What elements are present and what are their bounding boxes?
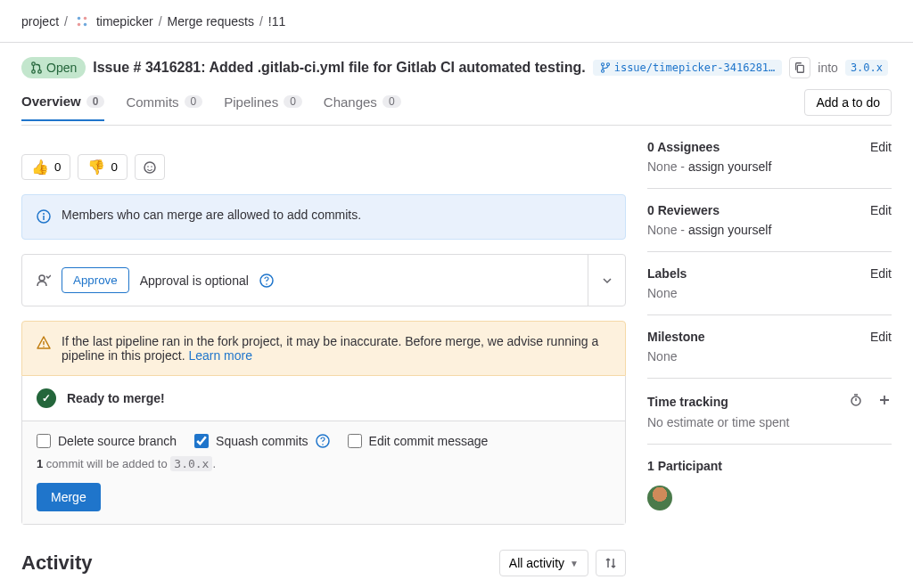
- assign-yourself-link[interactable]: assign yourself: [688, 159, 771, 174]
- copy-branch-button[interactable]: [789, 57, 810, 78]
- tab-commits[interactable]: Commits 0: [126, 94, 202, 120]
- breadcrumb-section[interactable]: Merge requests: [168, 14, 254, 29]
- labels-title: Labels: [647, 266, 687, 281]
- sort-toggle-button[interactable]: [596, 550, 626, 576]
- svg-point-21: [322, 444, 324, 445]
- svg-point-0: [78, 16, 81, 20]
- svg-point-15: [43, 213, 45, 215]
- reviewers-block: 0 Reviewers Edit None - assign yourself: [647, 189, 892, 252]
- edit-labels-link[interactable]: Edit: [870, 266, 892, 281]
- timer-icon[interactable]: [849, 393, 863, 410]
- breadcrumb-sep: /: [159, 14, 162, 29]
- svg-point-16: [39, 275, 45, 281]
- branch-icon: [600, 62, 611, 73]
- breadcrumb-repo[interactable]: timepicker: [96, 14, 153, 29]
- reactions: 👍 0 👎 0: [21, 154, 626, 180]
- svg-point-2: [78, 22, 81, 26]
- pipeline-warning: If the last pipeline ran in the fork pro…: [21, 321, 626, 376]
- labels-block: Labels Edit None: [647, 252, 892, 315]
- squash-commits-checkbox[interactable]: Squash commits: [194, 434, 329, 448]
- svg-point-6: [38, 70, 42, 74]
- breadcrumb-project[interactable]: project: [21, 14, 59, 29]
- info-notice: Members who can merge are allowed to add…: [21, 194, 626, 240]
- sort-icon: [604, 556, 618, 570]
- approve-button[interactable]: Approve: [62, 267, 129, 293]
- activity-heading: Activity All activity ▼: [21, 550, 626, 576]
- squash-commits-input[interactable]: [194, 434, 209, 448]
- check-icon: ✓: [37, 388, 56, 408]
- delete-source-checkbox[interactable]: Delete source branch: [37, 434, 177, 448]
- thumbs-up-icon: 👍: [31, 159, 49, 176]
- expand-approvals-toggle[interactable]: [588, 255, 625, 306]
- info-icon: [37, 209, 51, 226]
- approval-panel: Approve Approval is optional: [21, 254, 626, 306]
- target-branch-chip[interactable]: 3.0.x: [845, 60, 888, 76]
- mr-sidebar: 0 Assignees Edit None - assign yourself …: [647, 140, 892, 588]
- reviewers-title: 0 Reviewers: [647, 203, 720, 217]
- labels-value: None: [647, 286, 892, 300]
- warning-text: If the last pipeline ran in the fork pro…: [62, 334, 598, 363]
- edit-commit-input[interactable]: [348, 434, 362, 448]
- chevron-down-icon: [602, 275, 613, 286]
- tab-pipelines[interactable]: Pipelines 0: [224, 94, 302, 120]
- commit-note: 1 commit will be added to 3.0.x.: [37, 457, 611, 470]
- info-notice-text: Members who can merge are allowed to add…: [62, 208, 361, 222]
- milestone-value: None: [647, 349, 892, 363]
- tab-overview[interactable]: Overview 0: [21, 94, 104, 121]
- ready-to-merge: ✓ Ready to merge!: [22, 376, 625, 421]
- mr-tabs: Overview 0 Commits 0 Pipelines 0 Changes…: [21, 89, 892, 126]
- source-branch-chip[interactable]: issue/timepicker-3416281…: [593, 60, 783, 76]
- svg-point-3: [84, 22, 87, 26]
- breadcrumb-sep: /: [64, 14, 68, 29]
- add-reaction-button[interactable]: [135, 154, 165, 180]
- edit-assignees-link[interactable]: Edit: [870, 140, 892, 154]
- svg-point-19: [43, 346, 45, 347]
- approver-icon: [37, 274, 51, 288]
- help-icon[interactable]: [259, 274, 274, 288]
- activity-title: Activity: [21, 551, 92, 575]
- svg-point-5: [32, 70, 36, 74]
- time-tracking-value: No estimate or time spent: [647, 415, 892, 429]
- time-tracking-title: Time tracking: [647, 395, 728, 409]
- participant-avatar[interactable]: [647, 486, 672, 510]
- breadcrumb-sep: /: [259, 14, 263, 29]
- copy-icon: [794, 61, 806, 74]
- svg-point-8: [606, 63, 609, 66]
- smiley-icon: [143, 160, 157, 175]
- add-time-icon[interactable]: [877, 393, 892, 410]
- delete-source-input[interactable]: [37, 434, 51, 448]
- warning-icon: [37, 336, 51, 353]
- breadcrumb-current: !11: [268, 14, 285, 29]
- edit-milestone-link[interactable]: Edit: [870, 330, 892, 344]
- svg-point-9: [601, 69, 604, 72]
- breadcrumb: project / timepicker / Merge requests / …: [0, 0, 913, 43]
- edit-commit-message-checkbox[interactable]: Edit commit message: [348, 434, 489, 448]
- learn-more-link[interactable]: Learn more: [188, 348, 252, 363]
- svg-point-12: [147, 166, 149, 167]
- chevron-down-icon: ▼: [570, 559, 579, 568]
- thumbs-down-button[interactable]: 👎 0: [78, 154, 127, 180]
- project-icon: [73, 12, 91, 30]
- merge-request-icon: [30, 61, 43, 74]
- tab-count: 0: [185, 95, 203, 108]
- help-icon[interactable]: [316, 434, 330, 448]
- milestone-title: Milestone: [647, 330, 705, 344]
- thumbs-down-icon: 👎: [87, 159, 105, 176]
- tab-count: 0: [382, 95, 401, 108]
- svg-point-4: [32, 62, 36, 66]
- participants-title: 1 Participant: [647, 459, 722, 473]
- add-todo-button[interactable]: Add a to do: [804, 89, 892, 116]
- milestone-block: Milestone Edit None: [647, 315, 892, 379]
- edit-reviewers-link[interactable]: Edit: [870, 203, 892, 217]
- assign-yourself-link[interactable]: assign yourself: [688, 223, 771, 237]
- merge-button[interactable]: Merge: [37, 483, 101, 511]
- svg-point-13: [151, 166, 152, 167]
- status-badge: Open: [21, 57, 86, 78]
- merge-panel: ✓ Ready to merge! Delete source branch S…: [21, 376, 626, 525]
- svg-point-1: [84, 16, 87, 20]
- time-tracking-block: Time tracking No estimate or time spent: [647, 379, 892, 445]
- activity-filter-dropdown[interactable]: All activity ▼: [499, 550, 588, 576]
- mr-title: Issue # 3416281: Added .gitlab-ci.yml fi…: [93, 60, 585, 76]
- thumbs-up-button[interactable]: 👍 0: [21, 154, 70, 180]
- tab-changes[interactable]: Changes 0: [324, 94, 401, 120]
